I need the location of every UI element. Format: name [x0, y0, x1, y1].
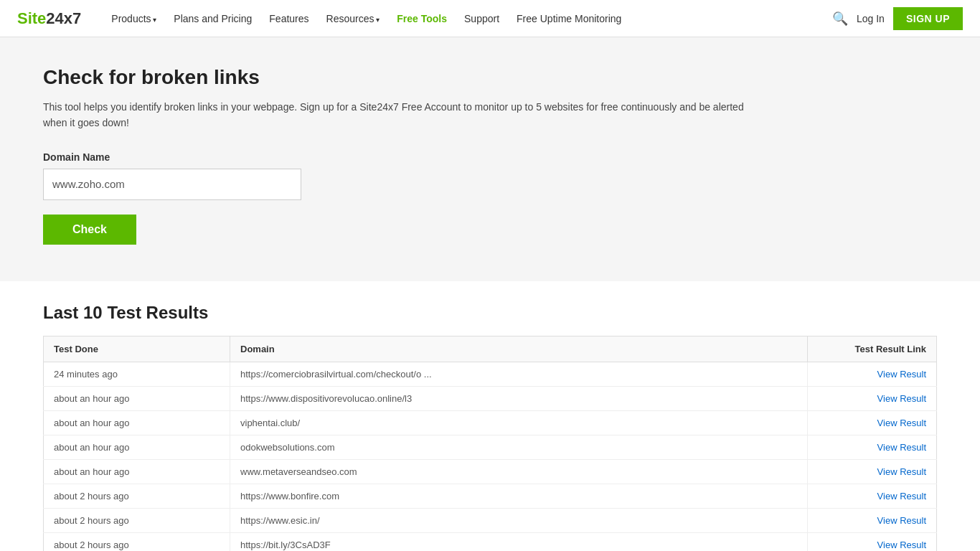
- time-link[interactable]: 24 minutes ago: [54, 369, 118, 380]
- col-header-result: Test Result Link: [808, 336, 937, 362]
- nav-links: Products Plans and Pricing Features Reso…: [104, 9, 832, 29]
- table-row: about an hour ago https://www.dispositiv…: [44, 387, 937, 411]
- result-link-cell: View Result: [808, 509, 937, 533]
- time-link[interactable]: about an hour ago: [54, 466, 130, 477]
- col-header-domain: Domain: [230, 336, 808, 362]
- view-result-link[interactable]: View Result: [877, 540, 926, 550]
- table-row: about 2 hours ago https://bit.ly/3CsAD3F…: [44, 533, 937, 552]
- page-description: This tool helps you identify broken link…: [43, 99, 760, 131]
- domain-input[interactable]: [43, 169, 301, 200]
- time-cell: about an hour ago: [44, 435, 230, 460]
- results-title: Last 10 Test Results: [43, 303, 937, 323]
- result-link-cell: View Result: [808, 411, 937, 435]
- nav-features[interactable]: Features: [262, 9, 316, 29]
- view-result-link[interactable]: View Result: [877, 393, 926, 404]
- domain-cell: https://www.dispositivorevolucao.online/…: [230, 387, 808, 411]
- table-header-row: Test Done Domain Test Result Link: [44, 336, 937, 362]
- time-cell: about 2 hours ago: [44, 533, 230, 552]
- time-link[interactable]: about 2 hours ago: [54, 540, 129, 550]
- time-cell: 24 minutes ago: [44, 362, 230, 387]
- table-row: about an hour ago www.metaverseandseo.co…: [44, 460, 937, 484]
- signup-button[interactable]: SIGN UP: [893, 7, 963, 30]
- view-result-link[interactable]: View Result: [877, 491, 926, 501]
- time-link[interactable]: about 2 hours ago: [54, 491, 129, 501]
- domain-cell: https://www.bonfire.com: [230, 484, 808, 509]
- login-link[interactable]: Log In: [857, 13, 885, 24]
- view-result-link[interactable]: View Result: [877, 515, 926, 526]
- result-link-cell: View Result: [808, 435, 937, 460]
- nav-free-tools[interactable]: Free Tools: [390, 9, 454, 29]
- domain-cell: https://www.esic.in/: [230, 509, 808, 533]
- view-result-link[interactable]: View Result: [877, 442, 926, 453]
- result-link-cell: View Result: [808, 533, 937, 552]
- domain-cell: viphentai.club/: [230, 411, 808, 435]
- search-icon[interactable]: 🔍: [832, 11, 848, 27]
- hero-section: Check for broken links This tool helps y…: [0, 37, 980, 281]
- domain-label: Domain Name: [43, 151, 937, 163]
- view-result-link[interactable]: View Result: [877, 466, 926, 477]
- time-cell: about an hour ago: [44, 387, 230, 411]
- result-link-cell: View Result: [808, 484, 937, 509]
- time-link[interactable]: about 2 hours ago: [54, 515, 129, 526]
- col-header-done: Test Done: [44, 336, 230, 362]
- time-link[interactable]: about an hour ago: [54, 393, 130, 404]
- time-link[interactable]: about an hour ago: [54, 442, 130, 453]
- time-cell: about an hour ago: [44, 460, 230, 484]
- time-cell: about 2 hours ago: [44, 509, 230, 533]
- view-result-link[interactable]: View Result: [877, 418, 926, 428]
- domain-cell: https://comerciobrasilvirtual.com/checko…: [230, 362, 808, 387]
- domain-cell: odokwebsolutions.com: [230, 435, 808, 460]
- time-cell: about 2 hours ago: [44, 484, 230, 509]
- nav-support[interactable]: Support: [457, 9, 507, 29]
- table-row: 24 minutes ago https://comerciobrasilvir…: [44, 362, 937, 387]
- result-link-cell: View Result: [808, 460, 937, 484]
- results-section: Last 10 Test Results Test Done Domain Te…: [0, 281, 980, 551]
- time-link[interactable]: about an hour ago: [54, 418, 130, 428]
- nav-plans[interactable]: Plans and Pricing: [166, 9, 259, 29]
- table-row: about an hour ago viphentai.club/ View R…: [44, 411, 937, 435]
- domain-cell: https://bit.ly/3CsAD3F: [230, 533, 808, 552]
- result-link-cell: View Result: [808, 362, 937, 387]
- site-logo[interactable]: Site24x7: [17, 9, 81, 28]
- check-button[interactable]: Check: [43, 215, 136, 245]
- nav-uptime[interactable]: Free Uptime Monitoring: [509, 9, 628, 29]
- navbar: Site24x7 Products Plans and Pricing Feat…: [0, 0, 980, 37]
- table-row: about 2 hours ago https://www.esic.in/ V…: [44, 509, 937, 533]
- nav-products[interactable]: Products: [104, 9, 164, 29]
- view-result-link[interactable]: View Result: [877, 369, 926, 380]
- time-cell: about an hour ago: [44, 411, 230, 435]
- result-link-cell: View Result: [808, 387, 937, 411]
- results-table: Test Done Domain Test Result Link 24 min…: [43, 336, 937, 551]
- nav-right: 🔍 Log In SIGN UP: [832, 7, 963, 30]
- nav-resources[interactable]: Resources: [319, 9, 387, 29]
- domain-cell: www.metaverseandseo.com: [230, 460, 808, 484]
- page-title: Check for broken links: [43, 66, 937, 89]
- table-row: about 2 hours ago https://www.bonfire.co…: [44, 484, 937, 509]
- table-row: about an hour ago odokwebsolutions.com V…: [44, 435, 937, 460]
